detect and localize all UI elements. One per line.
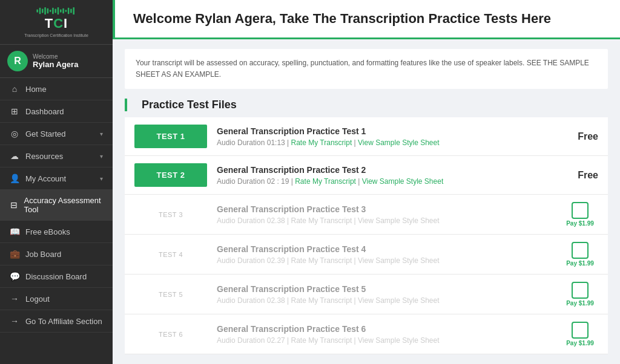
test-name: General Transcription Practice Test 4 — [217, 244, 552, 254]
test-meta: Audio Duration 02.39 | Rate My Transcrip… — [217, 256, 552, 265]
sidebar: TCI Transcription Certification Institut… — [0, 0, 113, 364]
svg-rect-4 — [47, 8, 49, 14]
rate-transcript-link[interactable]: Rate My Transcript — [291, 138, 352, 147]
pay-label: Pay $1.99 — [566, 300, 594, 307]
test-list: TEST 1 General Transcription Practice Te… — [113, 117, 620, 354]
logo-text: TCI — [45, 16, 68, 31]
test-meta: Audio Duration 02.38 | Rate My Transcrip… — [217, 296, 552, 305]
page-title: Welcome Rylan Agera, Take The Transcript… — [133, 11, 602, 27]
test-button-test5: TEST 5 — [134, 285, 207, 304]
pay-label: Pay $1.99 — [566, 260, 594, 267]
welcome-label: Welcome — [33, 53, 78, 60]
table-row: TEST 6 General Transcription Practice Te… — [125, 314, 608, 354]
sidebar-item-dashboard[interactable]: ⊞ Dashboard — [0, 100, 113, 123]
svg-rect-3 — [44, 7, 46, 15]
pay-checkbox[interactable] — [572, 322, 589, 339]
sidebar-logo: TCI Transcription Certification Institut… — [0, 0, 113, 45]
chevron-down-icon: ▾ — [100, 131, 103, 137]
svg-rect-11 — [65, 10, 67, 11]
user-profile: R Welcome Rylan Agera — [0, 45, 113, 78]
avatar: R — [7, 51, 28, 71]
sidebar-item-label: Go To Affiliate Section — [25, 317, 102, 326]
main-content: Welcome Rylan Agera, Take The Transcript… — [113, 0, 620, 364]
table-row: TEST 2 General Transcription Practice Te… — [125, 156, 608, 195]
sidebar-item-label: Logout — [25, 294, 50, 304]
section-title: Practice Test Files — [142, 99, 608, 111]
pay-checkbox[interactable] — [572, 242, 589, 259]
sidebar-item-accuracy-assessment[interactable]: ⊟ Accuracy Assessment Tool — [0, 190, 113, 221]
sidebar-item-label: Get Started — [25, 129, 65, 138]
view-sample-link[interactable]: View Sample Style Sheet — [362, 177, 444, 186]
svg-rect-14 — [73, 7, 74, 15]
test-button-test4: TEST 4 — [134, 245, 207, 264]
sidebar-item-label: Discussion Board — [25, 272, 87, 281]
chevron-down-icon: ▾ — [100, 175, 103, 182]
pay-box: Pay $1.99 — [562, 242, 598, 267]
table-row: TEST 4 General Transcription Practice Te… — [125, 235, 608, 275]
svg-rect-5 — [50, 10, 51, 11]
test-meta: Audio Duration 02 : 19 | Rate My Transcr… — [217, 177, 552, 186]
sidebar-item-free-ebooks[interactable]: 📖 Free eBooks — [0, 221, 113, 243]
table-row: TEST 1 General Transcription Practice Te… — [125, 117, 608, 156]
pay-box: Pay $1.99 — [562, 282, 598, 307]
test-name: General Transcription Practice Test 2 — [217, 165, 552, 175]
chevron-down-icon: ▾ — [100, 153, 103, 160]
discussion-board-icon: 💬 — [10, 271, 19, 281]
sidebar-item-resources[interactable]: ☁ Resources ▾ — [0, 145, 113, 167]
description-box: Your transcript will be assessed on accu… — [125, 49, 608, 89]
sidebar-item-label: Resources — [25, 152, 63, 161]
sidebar-item-label: My Account — [25, 174, 66, 183]
logo-wave-icon — [32, 7, 81, 15]
pay-checkbox[interactable] — [572, 202, 589, 219]
pay-label: Pay $1.99 — [566, 340, 594, 346]
sidebar-item-label: Home — [25, 85, 47, 94]
svg-rect-9 — [60, 9, 62, 12]
pay-checkbox[interactable] — [572, 282, 589, 299]
sidebar-item-affiliate[interactable]: → Go To Affiliate Section — [0, 310, 113, 333]
price-label: Free — [562, 170, 598, 181]
view-sample-link[interactable]: View Sample Style Sheet — [358, 138, 440, 147]
test-name: General Transcription Practice Test 5 — [217, 284, 552, 294]
test-button-test3: TEST 3 — [134, 205, 207, 224]
table-row: TEST 5 General Transcription Practice Te… — [125, 275, 608, 314]
test-meta: Audio Duration 02.27 | Rate My Transcrip… — [217, 336, 552, 345]
rate-transcript-link[interactable]: Rate My Transcript — [295, 177, 356, 186]
svg-rect-12 — [68, 8, 70, 14]
table-row: TEST 3 General Transcription Practice Te… — [125, 195, 608, 235]
accuracy-assessment-icon: ⊟ — [10, 200, 18, 210]
affiliate-icon: → — [10, 316, 19, 326]
my-account-icon: 👤 — [10, 174, 19, 183]
test-button-test1[interactable]: TEST 1 — [134, 125, 207, 148]
logout-icon: → — [10, 294, 19, 304]
svg-rect-7 — [54, 9, 56, 13]
test-name: General Transcription Practice Test 1 — [217, 126, 552, 136]
sidebar-item-label: Free eBooks — [25, 227, 70, 236]
page-header: Welcome Rylan Agera, Take The Transcript… — [113, 0, 620, 39]
sidebar-item-logout[interactable]: → Logout — [0, 288, 113, 310]
svg-rect-10 — [62, 8, 64, 14]
test-meta: Audio Duration 02.38 | Rate My Transcrip… — [217, 216, 552, 225]
test-name: General Transcription Practice Test 3 — [217, 204, 552, 214]
svg-rect-2 — [42, 9, 44, 13]
logo-subtitle: Transcription Certification Institute — [24, 33, 88, 38]
sidebar-item-my-account[interactable]: 👤 My Account ▾ — [0, 167, 113, 190]
test-name: General Transcription Practice Test 6 — [217, 324, 552, 334]
get-started-icon: ◎ — [10, 129, 19, 138]
free-ebooks-icon: 📖 — [10, 227, 19, 236]
svg-rect-6 — [52, 8, 54, 14]
sidebar-item-label: Dashboard — [25, 107, 64, 116]
user-info: Welcome Rylan Agera — [33, 53, 78, 69]
dashboard-icon: ⊞ — [10, 106, 19, 116]
sidebar-item-discussion-board[interactable]: 💬 Discussion Board — [0, 265, 113, 288]
sidebar-item-get-started[interactable]: ◎ Get Started ▾ — [0, 123, 113, 145]
svg-rect-0 — [36, 9, 38, 12]
sidebar-item-home[interactable]: ⌂ Home — [0, 78, 113, 100]
price-label: Free — [562, 131, 598, 142]
job-board-icon: 💼 — [10, 249, 19, 259]
home-icon: ⌂ — [10, 84, 19, 94]
test-button-test2[interactable]: TEST 2 — [134, 163, 207, 187]
test-button-test6: TEST 6 — [134, 325, 207, 344]
resources-icon: ☁ — [10, 151, 19, 161]
sidebar-item-job-board[interactable]: 💼 Job Board — [0, 243, 113, 265]
user-name: Rylan Agera — [33, 60, 78, 69]
